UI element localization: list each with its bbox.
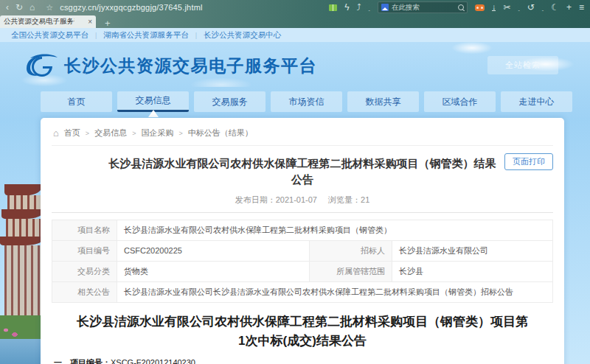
reload-icon[interactable]: ↻ [15, 3, 23, 12]
reading-mode-icon[interactable] [329, 4, 337, 11]
tab-title: 公共资源交易电子服务平台 [4, 17, 74, 27]
article-meta: 发布日期：2021-01-07 浏览量：21 [52, 195, 553, 213]
link-province-platform[interactable]: 湖南省公共资源服务平台 [103, 30, 189, 41]
table-row: 项目名称 长沙县洁源水业有限公司农村供水保障工程第二批材料采购项目（钢管类） [52, 220, 553, 240]
url-text[interactable]: csggzy.cn/jyxxgqcgzbggjg/37645.jhtml [60, 3, 203, 12]
link-city-center[interactable]: 长沙公共资源交易中心 [204, 30, 281, 41]
project-name-value: 长沙县洁源水业有限公司农村供水保障工程第二批材料采购项目（钢管类） [117, 220, 553, 240]
search-icon[interactable] [458, 4, 464, 10]
toolbar-plus-icon[interactable]: + [566, 3, 572, 12]
toolbar-search-placeholder: 在此搜索 [392, 3, 420, 13]
project-no-value: CSFC20200225 [117, 240, 310, 261]
divider: | [95, 32, 97, 39]
nav-item-home[interactable]: 首页 [41, 91, 112, 112]
quicklinks-bar: 全国公共资源交易平台 | 湖南省公共资源服务平台 | 长沙公共资源交易中心 [0, 28, 590, 42]
nav-item-trading-services[interactable]: 交易服务 [194, 91, 266, 112]
breadcrumb-separator: > [86, 130, 89, 137]
view-count: 浏览量：21 [328, 195, 369, 204]
new-tab-icon[interactable]: + [105, 18, 111, 28]
screenshot-scissors-icon[interactable]: ✂ [503, 3, 510, 12]
table-row: 相关公告 长沙县洁源水业有限公司长沙县洁源水业有限公司农村供水保障工程第二批材料… [52, 281, 553, 302]
main-nav: 首页 交易信息 交易服务 市场资信 数据共享 区域合作 走进中心 [0, 87, 590, 118]
project-no-label: 项目编号 [52, 240, 117, 261]
link-national-platform[interactable]: 全国公共资源交易平台 [11, 30, 88, 41]
share-icon[interactable]: ⤴ [357, 3, 361, 12]
pavilion-photo-decoration [0, 184, 43, 364]
site-logo-row[interactable]: 长沙公共资源交易电子服务平台 [24, 52, 317, 79]
print-page-button[interactable]: 页面打印 [504, 153, 553, 170]
home-icon[interactable]: ⌂ [30, 3, 35, 12]
toolbar-right: ϟ ⤴ ˬ 在此搜索 ↓ ✂ ˬ ↺ ˬ ☾ + ≡ [329, 1, 584, 13]
tenderee-label: 招标人 [309, 240, 392, 261]
breadcrumb-trading-info[interactable]: 交易信息 [94, 127, 127, 139]
divider: | [195, 32, 197, 39]
category-label: 交易分类 [52, 261, 117, 281]
site-header: 长沙公共资源交易电子服务平台 全站检索 [0, 42, 590, 87]
page-title: 长沙县洁源水业有限公司农村供水保障工程第二批材料采购项目（钢管类）结果公告 [52, 155, 553, 188]
tab-close-icon[interactable]: × [88, 18, 92, 26]
publish-date: 发布日期：2021-01-07 [235, 195, 317, 204]
breadcrumb: ⌂ 首页 > 交易信息 > 国企采购 > 中标公告（结果） [52, 125, 553, 146]
site-logo-icon [24, 52, 58, 79]
browser-tab[interactable]: 公共资源交易电子服务平台 × [0, 15, 96, 28]
related-notice-label: 相关公告 [52, 281, 117, 302]
table-row: 交易分类 货物类 所属管辖范围 长沙县 [52, 261, 553, 281]
related-notice-value[interactable]: 长沙县洁源水业有限公司长沙县洁源水业有限公司农村供水保障工程第二批材料采购项目（… [117, 281, 553, 302]
history-restore-icon[interactable]: ↺ [527, 3, 535, 12]
breadcrumb-separator: > [132, 130, 136, 137]
site-search-label: 全站检索 [505, 60, 541, 71]
content-panel: ⌂ 首页 > 交易信息 > 国企采购 > 中标公告（结果） 长沙县洁源水业有限公… [41, 118, 564, 364]
night-mode-icon[interactable]: ☾ [551, 3, 559, 12]
tenderee-value: 长沙县洁源水业有限公司 [392, 240, 552, 261]
toolbar-search-input[interactable]: 在此搜索 [378, 1, 468, 13]
lightning-icon[interactable]: ϟ [344, 3, 349, 12]
address-bar: ‹ ↻ ⌂ ☆ csggzy.cn/jyxxgqcgzbggjg/37645.j… [0, 0, 590, 15]
clause-value: XSCG-F202012140230 [111, 358, 195, 364]
site-search-box[interactable]: 全站检索 [487, 56, 558, 74]
share-chevron-icon[interactable]: ˬ [369, 5, 370, 10]
project-info-table: 项目名称 长沙县洁源水业有限公司农村供水保障工程第二批材料采购项目（钢管类） 项… [52, 220, 553, 303]
nav-item-data-sharing[interactable]: 数据共享 [347, 91, 419, 112]
nav-item-regional-cooperation[interactable]: 区域合作 [424, 91, 496, 112]
image-search-icon[interactable] [381, 4, 389, 11]
game-center-icon[interactable] [475, 4, 485, 11]
browser-chrome: ‹ ↻ ⌂ ☆ csggzy.cn/jyxxgqcgzbggjg/37645.j… [0, 0, 590, 28]
notice-heading: 长沙县洁源水业有限公司农村供水保障工程第二批材料采购项目（钢管类）项目第1次中标… [77, 312, 528, 351]
download-icon[interactable]: ↓ [492, 4, 496, 11]
breadcrumb-home[interactable]: 首页 [64, 127, 80, 139]
clause-label: 一、项目编号： [54, 358, 111, 364]
art-center-photo-decoration [564, 236, 590, 364]
nav-item-about-center[interactable]: 走进中心 [501, 91, 572, 112]
category-value: 货物类 [117, 261, 310, 281]
site-title: 长沙公共资源交易电子服务平台 [64, 55, 317, 77]
table-row: 项目编号 CSFC20200225 招标人 长沙县洁源水业有限公司 [52, 240, 553, 261]
scissors-chevron-icon[interactable]: ˬ [518, 5, 519, 10]
breadcrumb-separator: > [178, 130, 182, 137]
project-name-label: 项目名称 [52, 220, 117, 240]
nav-item-trading-info[interactable]: 交易信息 [117, 91, 189, 112]
menu-icon[interactable]: ≡ [579, 3, 584, 12]
clause-project-no: 一、项目编号：XSCG-F202012140230 [54, 357, 553, 364]
breadcrumb-home-icon[interactable]: ⌂ [53, 128, 59, 138]
nav-item-market-credit[interactable]: 市场资信 [271, 91, 342, 112]
breadcrumb-soe-procurement[interactable]: 国企采购 [141, 127, 173, 139]
jurisdiction-value: 长沙县 [392, 261, 552, 281]
breadcrumb-award-notice[interactable]: 中标公告（结果） [188, 127, 253, 139]
tab-bar: 公共资源交易电子服务平台 × + [0, 15, 590, 28]
history-chevron-icon[interactable]: ˬ [542, 5, 544, 10]
back-icon[interactable]: ‹ [6, 3, 9, 12]
bookmark-star-icon[interactable]: ☆ [46, 3, 53, 13]
jurisdiction-label: 所属管辖范围 [309, 261, 392, 281]
